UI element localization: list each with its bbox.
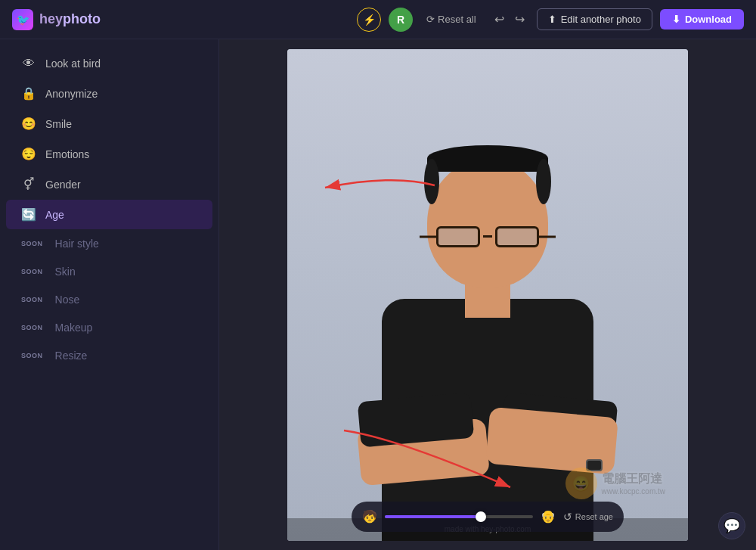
logo-text: heyphoto [39, 11, 101, 27]
glasses-right-lens [495, 226, 539, 247]
look-at-bird-icon: 👁 [21, 57, 36, 70]
sidebar-item-look-at-bird[interactable]: 👁 Look at bird [6, 49, 212, 78]
person-glasses [436, 226, 539, 247]
person-hair-top [427, 145, 548, 172]
edit-another-button[interactable]: ⬆ Edit another photo [537, 8, 652, 30]
person-head [427, 159, 548, 287]
content-area: 😄 電腦王阿達 www.kocpc.com.tw made with hey-p… [219, 39, 756, 550]
emotions-icon: 😌 [21, 147, 36, 161]
main-layout: 👁 Look at bird 🔒 Anonymize 😊 Smile 😌 Emo… [0, 39, 756, 550]
sidebar-item-smile[interactable]: 😊 Smile [6, 109, 212, 138]
wrist-watch [586, 459, 603, 471]
app-header: 🐦 heyphoto ⚡ R ⟳ Reset all ↩ ↪ ⬆ Edit an… [0, 0, 756, 39]
chat-button[interactable]: 💬 [718, 512, 745, 539]
glasses-temple-right [539, 235, 556, 238]
sidebar-item-nose[interactable]: soon Nose [6, 286, 212, 313]
logo: 🐦 heyphoto [12, 9, 101, 30]
sidebar-item-hair-style[interactable]: soon Hair style [6, 230, 212, 257]
person-hair-right [536, 159, 551, 204]
glasses-bridge [483, 235, 492, 238]
soon-badge-skin: soon [21, 268, 43, 275]
reset-all-icon: ⟳ [426, 14, 435, 25]
photo-background [287, 49, 688, 541]
sidebar-item-age[interactable]: 🔄 Age [6, 200, 212, 229]
notification-icon-btn[interactable]: ⚡ [357, 8, 381, 32]
reset-age-button[interactable]: ↺ Reset age [563, 511, 613, 523]
header-right: ⚡ R ⟳ Reset all ↩ ↪ ⬆ Edit another photo… [357, 8, 744, 32]
anonymize-icon: 🔒 [21, 86, 36, 101]
left-sleeve [358, 392, 475, 447]
person-hair-left [424, 159, 439, 204]
soon-badge-nose: soon [21, 296, 43, 303]
photo-container: 😄 電腦王阿達 www.kocpc.com.tw made with hey-p… [287, 49, 688, 541]
soon-badge-hair: soon [21, 240, 43, 247]
user-avatar-btn[interactable]: R [389, 8, 413, 32]
smile-icon: 😊 [21, 117, 36, 131]
age-slider-track[interactable] [385, 515, 533, 518]
reset-age-icon: ↺ [563, 511, 572, 523]
glasses-temple-left [420, 235, 436, 238]
sidebar-item-skin[interactable]: soon Skin [6, 258, 212, 285]
sidebar-item-makeup[interactable]: soon Makeup [6, 314, 212, 341]
gender-icon: ⚥ [21, 177, 36, 191]
redo-button[interactable]: ↪ [510, 9, 529, 30]
sidebar-item-emotions[interactable]: 😌 Emotions [6, 139, 212, 169]
age-slider-right-icon: 👴 [541, 509, 556, 524]
upload-icon: ⬆ [548, 14, 556, 25]
age-slider-fill [385, 515, 481, 518]
age-slider-left-icon: 🧒 [362, 509, 377, 524]
age-slider-thumb[interactable] [476, 511, 486, 522]
reset-all-button[interactable]: ⟳ Reset all [420, 11, 482, 28]
crossed-arms [359, 397, 616, 480]
soon-badge-makeup: soon [21, 324, 43, 331]
logo-icon: 🐦 [12, 9, 33, 30]
age-slider-bar: 🧒 👴 ↺ Reset age [352, 502, 624, 532]
soon-badge-resize: soon [21, 352, 43, 359]
sidebar-item-anonymize[interactable]: 🔒 Anonymize [6, 79, 212, 108]
sidebar: 👁 Look at bird 🔒 Anonymize 😊 Smile 😌 Emo… [0, 39, 219, 550]
download-button[interactable]: ⬇ Download [660, 9, 744, 30]
glasses-left-lens [436, 226, 480, 247]
download-icon: ⬇ [672, 14, 680, 25]
undo-button[interactable]: ↩ [490, 9, 509, 30]
undo-redo-group: ↩ ↪ [490, 9, 529, 30]
sidebar-item-resize[interactable]: soon Resize [6, 342, 212, 369]
sidebar-item-gender[interactable]: ⚥ Gender [6, 169, 212, 199]
age-icon: 🔄 [21, 207, 36, 222]
